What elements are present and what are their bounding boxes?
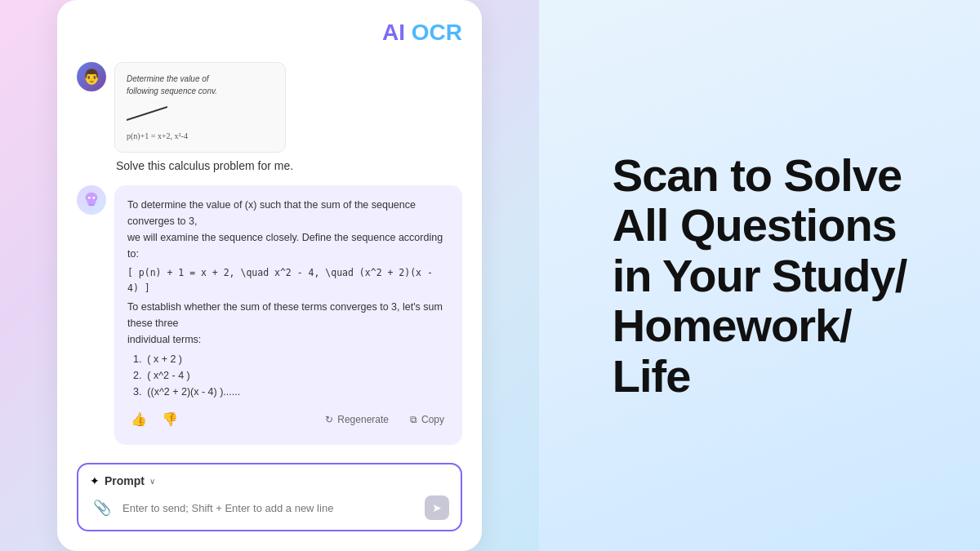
attach-button[interactable]: 📎 bbox=[90, 495, 114, 520]
ai-avatar bbox=[77, 185, 106, 215]
image-line1: Determine the value of bbox=[127, 73, 274, 85]
user-text: Solve this calculus problem for me. bbox=[114, 159, 293, 172]
right-panel: Scan to Solve All Questions in Your Stud… bbox=[539, 0, 980, 551]
image-preview: Determine the value of following sequenc… bbox=[114, 62, 286, 153]
attach-icon: 📎 bbox=[93, 500, 111, 516]
image-line2: following sequence conv. bbox=[127, 85, 274, 97]
user-message: 👨 Determine the value of following seque… bbox=[77, 62, 462, 173]
input-row: 📎 ➤ bbox=[90, 495, 449, 520]
ai-logo-icon bbox=[82, 191, 100, 209]
regenerate-label: Regenerate bbox=[337, 414, 389, 425]
diagonal-line-svg bbox=[127, 105, 167, 122]
ai-message: To determine the value of (x) such that … bbox=[77, 185, 462, 445]
message-input[interactable] bbox=[122, 502, 416, 514]
ai-response-line3: To establish whether the sum of these te… bbox=[127, 299, 449, 348]
app-title: AI OCR bbox=[382, 20, 462, 46]
send-icon: ➤ bbox=[432, 501, 442, 514]
dislike-button[interactable]: 👎 bbox=[158, 408, 181, 430]
ai-response-list: 1. ( x + 2 ) 2. ( x^2 - 4 ) 3. ((x^2 + 2… bbox=[127, 351, 449, 400]
hero-line2: All Questions bbox=[612, 200, 906, 251]
copy-label: Copy bbox=[421, 414, 444, 425]
input-area: ✦ Prompt ∨ 📎 ➤ bbox=[77, 463, 462, 531]
like-icon: 👍 bbox=[131, 412, 147, 426]
dislike-icon: 👎 bbox=[162, 412, 178, 426]
svg-point-1 bbox=[88, 197, 91, 199]
ai-response-line1: To determine the value of (x) such that … bbox=[127, 197, 449, 262]
svg-point-2 bbox=[92, 197, 95, 199]
regenerate-button[interactable]: ↻ Regenerate bbox=[320, 411, 394, 429]
ai-bubble: To determine the value of (x) such that … bbox=[114, 185, 462, 445]
avatar: 👨 bbox=[77, 62, 106, 91]
user-content: Determine the value of following sequenc… bbox=[114, 62, 293, 173]
chat-header: AI OCR bbox=[77, 20, 462, 46]
image-math: p(n)+1 = x+2, x²-4 bbox=[127, 130, 274, 142]
sparkle-icon: ✦ bbox=[90, 474, 100, 487]
regenerate-icon: ↻ bbox=[325, 414, 333, 425]
send-button[interactable]: ➤ bbox=[425, 495, 449, 520]
hero-text: Scan to Solve All Questions in Your Stud… bbox=[612, 150, 906, 402]
chevron-down-icon: ∨ bbox=[149, 477, 155, 486]
chat-card: AI OCR 👨 Determine the value of followin… bbox=[57, 0, 482, 551]
hero-line4: Homework/ bbox=[612, 300, 906, 351]
title-ai: AI bbox=[382, 20, 405, 45]
prompt-label: Prompt bbox=[105, 474, 145, 487]
copy-button[interactable]: ⧉ Copy bbox=[405, 411, 449, 429]
ai-response-math: [ p(n) + 1 = x + 2, \quad x^2 - 4, \quad… bbox=[127, 265, 449, 295]
action-buttons: ↻ Regenerate ⧉ Copy bbox=[320, 411, 449, 429]
prompt-header: ✦ Prompt ∨ bbox=[90, 474, 449, 487]
title-ocr: OCR bbox=[405, 20, 462, 45]
left-panel: AI OCR 👨 Determine the value of followin… bbox=[0, 0, 539, 551]
hero-line5: Life bbox=[612, 351, 906, 402]
like-button[interactable]: 👍 bbox=[127, 408, 150, 430]
reaction-buttons: 👍 👎 bbox=[127, 408, 181, 430]
hero-line1: Scan to Solve bbox=[612, 150, 906, 201]
copy-icon: ⧉ bbox=[410, 414, 417, 425]
hero-line3: in Your Study/ bbox=[612, 251, 906, 301]
svg-line-0 bbox=[127, 107, 167, 120]
action-bar: 👍 👎 ↻ Regenerate ⧉ Copy bbox=[127, 400, 449, 433]
